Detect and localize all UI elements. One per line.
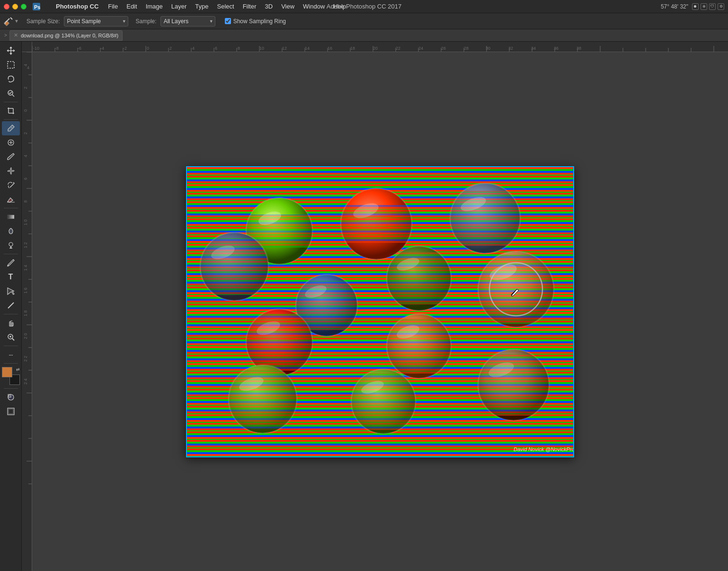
tool-eyedropper[interactable] [2, 121, 20, 135]
swap-colors-icon[interactable]: ⇄ [16, 367, 20, 372]
svg-text:2
2: 2 2 [23, 356, 28, 362]
tab-scroll-left[interactable]: > [2, 32, 9, 39]
svg-text:24: 24 [418, 46, 423, 51]
tool-hand[interactable] [2, 316, 20, 330]
svg-text:David Novick  @NovickProf: David Novick @NovickProf [514, 446, 574, 452]
tool-path-select[interactable] [2, 284, 20, 298]
minimize-button[interactable] [12, 4, 18, 9]
tool-healing[interactable] [2, 135, 20, 150]
svg-text:8: 8 [23, 200, 28, 203]
menu-file[interactable]: File [104, 2, 122, 11]
tabbar: > ✕ download.png @ 134% (Layer 0, RGB/8#… [0, 29, 728, 42]
document-tab[interactable]: ✕ download.png @ 134% (Layer 0, RGB/8#) [9, 30, 123, 41]
tool-gradient[interactable] [2, 210, 20, 224]
sample-size-select[interactable]: Point Sample3 by 3 Average5 by 5 Average… [64, 16, 128, 27]
svg-text:4: 4 [192, 46, 195, 51]
show-sampling-ring-label[interactable]: Show Sampling Ring [233, 18, 286, 25]
sample-size-select-wrapper: Point Sample3 by 3 Average5 by 5 Average… [64, 16, 128, 27]
sampling-ring-group: Show Sampling Ring [225, 18, 286, 25]
svg-text:2: 2 [23, 132, 28, 134]
tool-lasso[interactable] [2, 72, 20, 86]
svg-text:6: 6 [215, 46, 217, 51]
svg-text:1
6: 1 6 [23, 287, 28, 294]
shield-icon: 🛡 [709, 3, 716, 10]
svg-text:12: 12 [282, 46, 287, 51]
svg-text:28: 28 [464, 46, 469, 51]
show-sampling-ring-checkbox[interactable] [225, 18, 231, 24]
tool-quick-select[interactable] [2, 86, 20, 100]
svg-text:16: 16 [328, 46, 332, 51]
stripes-background: David Novick @NovickProf [186, 166, 574, 457]
svg-text:-8: -8 [55, 46, 59, 51]
tool-blur[interactable] [2, 224, 20, 238]
titlebar-status: Adobe Photoshop CC 2017 57° 48' 32" ⏺ ⊕ … [661, 3, 724, 10]
tool-crop[interactable] [2, 104, 20, 118]
tool-history-brush[interactable] [2, 178, 20, 192]
titlebar: Ps Photoshop CC File Edit Image Layer Ty… [0, 0, 728, 13]
left-toolbar: T ··· [0, 42, 22, 571]
svg-line-8 [12, 95, 14, 97]
titlebar-title: Adobe Photoshop CC 2017 [327, 3, 401, 10]
close-button[interactable] [4, 4, 9, 9]
canvas-area: -10 -8 -6 -4 -2 0 2 4 6 8 10 12 14 16 18… [22, 42, 728, 571]
svg-rect-189 [478, 354, 549, 416]
svg-rect-181 [229, 370, 297, 428]
menu-view[interactable]: View [277, 2, 298, 11]
tool-separator-6 [4, 346, 18, 346]
image-canvas: David Novick @NovickProf [186, 166, 574, 457]
svg-text:-2: -2 [123, 46, 127, 51]
svg-text:20: 20 [373, 46, 378, 51]
menu-apple[interactable] [43, 6, 50, 8]
tool-extra[interactable]: ··· [2, 348, 20, 362]
menu-filter[interactable]: Filter [239, 2, 260, 11]
menu-layer[interactable]: Layer [168, 2, 191, 11]
target-icon: ⊕ [701, 3, 707, 10]
svg-rect-18 [8, 215, 14, 219]
tool-separator-5 [4, 314, 18, 314]
svg-text:1
2: 1 2 [23, 242, 28, 248]
foreground-color[interactable] [2, 367, 12, 377]
tool-pen[interactable] [2, 256, 20, 270]
svg-text:0: 0 [147, 46, 149, 51]
options-toolbar: ▼ Sample Size: Point Sample3 by 3 Averag… [0, 13, 728, 29]
svg-text:2
4: 2 4 [23, 378, 28, 384]
tool-shape[interactable] [2, 298, 20, 312]
tab-filename: download.png @ 134% (Layer 0, RGB/8#) [21, 33, 118, 38]
menu-edit[interactable]: Edit [123, 2, 141, 11]
sample-select-wrapper: All LayersCurrent LayerCurrent & Below [160, 16, 215, 27]
tool-dodge[interactable] [2, 238, 20, 252]
svg-text:0: 0 [23, 109, 28, 112]
tool-move[interactable] [2, 44, 20, 58]
menu-window[interactable]: Window [299, 2, 328, 11]
tool-text[interactable]: T [2, 270, 20, 284]
menu-3d[interactable]: 3D [261, 2, 277, 11]
svg-text:1
0: 1 0 [23, 219, 28, 225]
canvas-content: David Novick @NovickProf [32, 52, 728, 571]
tool-brush[interactable] [2, 150, 20, 164]
tab-close-icon[interactable]: ✕ [14, 32, 18, 38]
svg-text:Ps: Ps [34, 4, 40, 10]
menu-select[interactable]: Select [213, 2, 238, 11]
tool-clone[interactable] [2, 164, 20, 178]
sample-select[interactable]: All LayersCurrent LayerCurrent & Below [160, 16, 215, 27]
status-info: 57° 48' 32" [661, 3, 688, 10]
svg-text:-10: -10 [33, 46, 39, 51]
svg-line-23 [8, 303, 14, 308]
traffic-lights [4, 4, 27, 9]
svg-text:6: 6 [23, 178, 28, 180]
svg-text:2
0: 2 0 [23, 333, 28, 339]
app-name: Photoshop CC [56, 3, 98, 10]
svg-text:8: 8 [238, 46, 240, 51]
tool-marquee[interactable] [2, 58, 20, 72]
tool-eraser[interactable] [2, 192, 20, 206]
ruler-vertical: 4 4 2 0 2 4 6 8 1 0 1 2 1 4 1 6 1 8 2 0 … [22, 52, 32, 571]
record-icon: ⏺ [692, 3, 699, 10]
menu-type[interactable]: Type [191, 2, 212, 11]
tool-zoom[interactable] [2, 330, 20, 344]
sample-label: Sample: [136, 18, 157, 25]
tool-screen-mode[interactable] [2, 404, 20, 419]
menu-image[interactable]: Image [142, 2, 167, 11]
maximize-button[interactable] [21, 4, 27, 9]
tool-mask[interactable] [2, 390, 20, 404]
svg-rect-155 [200, 238, 268, 295]
